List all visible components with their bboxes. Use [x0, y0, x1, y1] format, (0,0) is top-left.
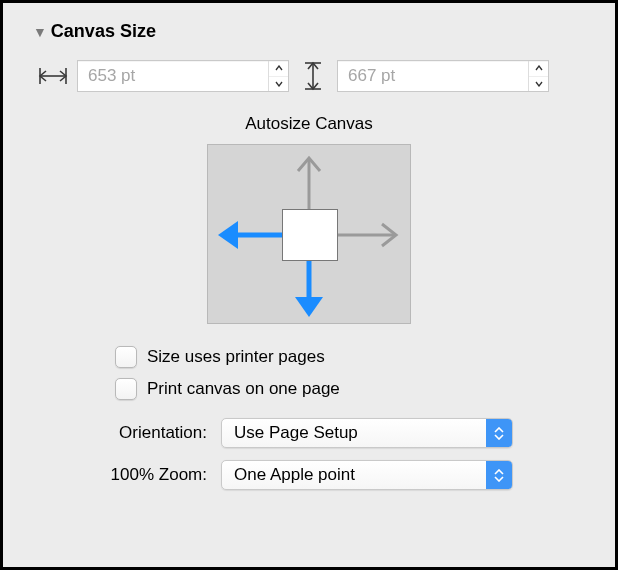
orientation-value: Use Page Setup — [222, 423, 486, 443]
autosize-control[interactable] — [207, 144, 411, 324]
printer-pages-checkbox[interactable] — [115, 346, 137, 368]
zoom-value: One Apple point — [222, 465, 486, 485]
width-icon — [37, 62, 69, 90]
dimensions-row: 653 pt 667 pt — [37, 60, 591, 92]
orientation-select[interactable]: Use Page Setup — [221, 418, 513, 448]
stepper-down-icon[interactable] — [529, 77, 548, 92]
one-page-checkbox[interactable] — [115, 378, 137, 400]
height-stepper[interactable] — [528, 61, 548, 91]
section-title: Canvas Size — [51, 21, 156, 42]
stepper-down-icon[interactable] — [269, 77, 288, 92]
autosize-arrow-left-icon[interactable] — [218, 221, 282, 249]
autosize-arrow-up-icon[interactable] — [298, 158, 320, 209]
autosize-arrow-down-icon[interactable] — [295, 261, 323, 317]
height-input[interactable]: 667 pt — [337, 60, 549, 92]
width-value: 653 pt — [78, 66, 268, 86]
select-arrows-icon[interactable] — [486, 461, 512, 489]
stepper-up-icon[interactable] — [269, 61, 288, 77]
section-header[interactable]: ▼ Canvas Size — [33, 21, 591, 42]
height-icon — [297, 62, 329, 90]
printer-pages-label: Size uses printer pages — [147, 347, 325, 367]
autosize-label: Autosize Canvas — [27, 114, 591, 134]
width-stepper[interactable] — [268, 61, 288, 91]
width-input[interactable]: 653 pt — [77, 60, 289, 92]
autosize-center[interactable] — [282, 209, 338, 261]
select-arrows-icon[interactable] — [486, 419, 512, 447]
orientation-label: Orientation: — [27, 423, 207, 443]
svg-marker-11 — [295, 297, 323, 317]
disclosure-triangle-icon[interactable]: ▼ — [33, 25, 47, 39]
orientation-row: Orientation: Use Page Setup — [27, 418, 591, 448]
zoom-label: 100% Zoom: — [27, 465, 207, 485]
one-page-row: Print canvas on one page — [115, 378, 591, 400]
autosize-arrow-right-icon[interactable] — [338, 224, 396, 246]
printer-pages-row: Size uses printer pages — [115, 346, 591, 368]
height-value: 667 pt — [338, 66, 528, 86]
stepper-up-icon[interactable] — [529, 61, 548, 77]
zoom-row: 100% Zoom: One Apple point — [27, 460, 591, 490]
svg-marker-9 — [218, 221, 238, 249]
zoom-select[interactable]: One Apple point — [221, 460, 513, 490]
canvas-size-panel: ▼ Canvas Size 653 pt — [3, 3, 615, 567]
one-page-label: Print canvas on one page — [147, 379, 340, 399]
